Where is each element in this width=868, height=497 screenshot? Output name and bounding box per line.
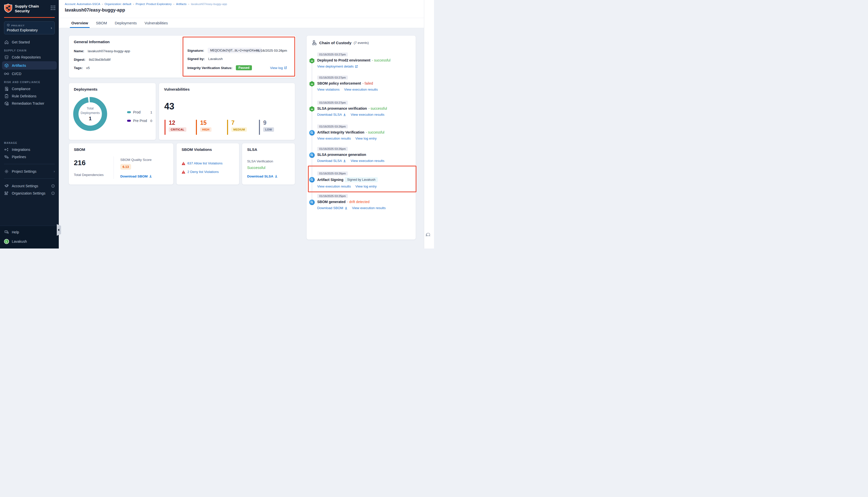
coc-event-artifact-signing: 01/16/2025 03:26pm Artifact Signing Sign…	[317, 171, 412, 188]
sidebar: Supply Chain Security PROJECT Product Ex…	[0, 0, 59, 248]
chain-of-custody-count: (7 events)	[354, 41, 369, 45]
event-status: - successful	[368, 106, 387, 111]
tab-vulnerabilities[interactable]: Vulnerabilities	[144, 18, 168, 28]
general-information-title: General Information	[74, 40, 110, 44]
external-link-icon	[355, 65, 358, 68]
view-execution-results-link[interactable]: View execution results	[351, 113, 384, 116]
sidebar-item-integrations[interactable]: Integrations	[0, 146, 59, 153]
sidebar-item-pipelines[interactable]: Pipelines	[0, 153, 59, 160]
app-grid-icon[interactable]	[51, 5, 55, 10]
sidebar-item-account-settings[interactable]: Account Settings	[0, 182, 59, 189]
severity-medium: 7 MEDIUM	[227, 120, 247, 135]
download-slsa-link[interactable]: Download SLSA	[317, 159, 346, 163]
sidebar-item-code-repositories[interactable]: Code Repositories	[0, 54, 59, 61]
event-timestamp: 01/16/2025 03:26pm	[317, 125, 348, 129]
medium-badge: MEDIUM	[231, 127, 247, 132]
severity-critical: 12 CRITICAL	[165, 120, 186, 135]
low-count: 9	[263, 120, 274, 126]
general-information-card: General Information Name: lavakush07/eas…	[69, 36, 296, 78]
sbom-total: 216	[74, 159, 86, 167]
info-icon	[51, 191, 55, 195]
integrity-status-badge: Passed	[236, 65, 252, 70]
shield-logo-icon	[4, 3, 12, 14]
sidebar-item-remediation-tracker[interactable]: Remediation Tracker	[0, 100, 59, 107]
breadcrumb-account[interactable]: Account: Automation-SSCA	[65, 2, 100, 5]
project-selector[interactable]: PROJECT Product Exploratory ›	[4, 22, 55, 34]
pipeline-icon: ∞	[309, 106, 315, 112]
vulnerabilities-total: 43	[164, 101, 174, 112]
event-timestamp: 01/16/2025 03:26pm	[317, 171, 348, 175]
view-log-entry-link[interactable]: View log entry	[355, 184, 377, 188]
warning-triangle-icon	[182, 170, 185, 174]
download-sbom-link[interactable]: Download SBOM	[317, 206, 348, 210]
sidebar-collapse-handle[interactable]	[57, 224, 61, 236]
download-slsa-link[interactable]: Download SLSA	[317, 113, 346, 116]
download-slsa-link[interactable]: Download SLSA	[247, 174, 278, 178]
brand-divider	[4, 17, 55, 18]
sbom-violations-card: SBOM Violations 637 Allow list Violation…	[176, 143, 239, 185]
scan-magnifier-icon	[309, 177, 315, 183]
tab-deployments[interactable]: Deployments	[114, 18, 137, 28]
allow-list-violations-link[interactable]: 637 Allow list Violations	[187, 161, 223, 165]
artifacts-box-icon	[4, 63, 9, 68]
tab-overview[interactable]: Overview	[71, 18, 89, 28]
slsa-card: SLSA SLSA Verification Successful Downlo…	[242, 143, 295, 185]
deny-list-violations-link[interactable]: 2 Deny list Violations	[187, 170, 219, 174]
legend-item-pre-prod: Pre Prod 0	[127, 119, 152, 123]
gear-icon	[4, 169, 9, 174]
project-cube-icon	[7, 24, 10, 27]
vulnerabilities-title: Vulnerabilities	[164, 87, 190, 91]
scan-magnifier-icon	[309, 152, 315, 158]
view-violations-link[interactable]: View violations	[317, 88, 339, 91]
breadcrumb-project[interactable]: Project: Product Exploratory	[136, 2, 171, 5]
prod-legend-swatch	[127, 111, 131, 113]
pre-prod-legend-swatch	[127, 120, 131, 122]
download-sbom-link[interactable]: Download SBOM	[120, 174, 152, 178]
breadcrumb-artifacts[interactable]: Artifacts	[176, 2, 187, 5]
donut-center-total: 1	[89, 116, 92, 122]
event-status: - successful	[372, 58, 391, 62]
warning-triangle-icon	[182, 162, 185, 165]
name-value: lavakush07/easy-buggy-app	[88, 49, 130, 53]
sidebar-divider	[4, 179, 55, 179]
view-log-entry-link[interactable]: View log entry	[355, 137, 377, 140]
tags-label: Tags:	[74, 66, 83, 70]
user-name: Lavakush	[12, 240, 27, 243]
sidebar-item-project-settings[interactable]: Project Settings ›	[0, 168, 59, 175]
sidebar-user[interactable]: L Lavakush	[0, 238, 59, 245]
view-execution-results-link[interactable]: View execution results	[352, 206, 386, 210]
scan-magnifier-icon	[309, 200, 315, 205]
card-column-divider	[181, 39, 181, 74]
cicd-infinity-icon	[4, 71, 9, 76]
view-log-link[interactable]: View log	[270, 66, 287, 70]
sidebar-item-organization-settings[interactable]: Organization Settings	[0, 189, 59, 197]
sidebar-item-cicd[interactable]: CI/CD	[0, 70, 59, 77]
sidebar-item-help[interactable]: ? Help	[0, 228, 59, 236]
breadcrumb-organization[interactable]: Organization: default	[104, 2, 131, 5]
view-deployment-details-link[interactable]: View deployment details	[317, 65, 358, 68]
view-execution-results-link[interactable]: View execution results	[317, 184, 351, 188]
page-header: Account: Automation-SSCA › Organization:…	[59, 0, 424, 28]
event-timestamp: 01/16/2025 03:27pm	[317, 101, 348, 105]
sbom-quality-label: SBOM Quality Score	[120, 158, 152, 162]
view-execution-results-link[interactable]: View execution results	[317, 137, 351, 140]
sidebar-item-get-started[interactable]: Get Started	[0, 39, 59, 46]
right-rail	[424, 0, 434, 248]
sidebar-item-compliance[interactable]: Compliance	[0, 85, 59, 93]
tab-sbom[interactable]: SBOM	[96, 18, 108, 28]
download-icon	[149, 175, 152, 178]
sidebar-item-artifacts[interactable]: Artifacts	[2, 61, 57, 70]
coc-event-slsa-verification: ∞ 01/16/2025 03:27pm SLSA provenance ver…	[317, 100, 412, 116]
project-selector-label: PROJECT	[11, 24, 25, 27]
code-repo-icon	[4, 55, 9, 60]
deployments-donut-chart: Total Deployments 1	[71, 95, 109, 133]
breadcrumb-current[interactable]: lavakush07/easy-buggy-app	[191, 2, 227, 5]
sidebar-item-rule-definitions[interactable]: Rule Definitions	[0, 93, 59, 100]
pipeline-icon: ∞	[309, 58, 315, 63]
chat-support-icon[interactable]	[425, 232, 432, 239]
view-execution-results-link[interactable]: View execution results	[344, 88, 378, 91]
tags-value: v5	[86, 66, 90, 70]
view-execution-results-link[interactable]: View execution results	[351, 159, 384, 163]
pipeline-icon: ∞	[309, 81, 315, 87]
org-gear-icon	[4, 191, 9, 196]
